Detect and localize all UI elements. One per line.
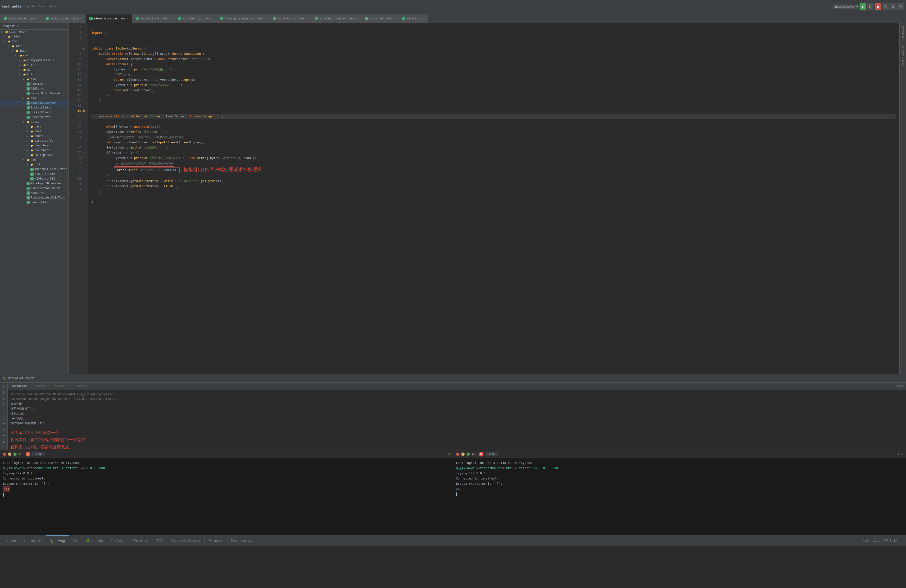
sidebar-item-aioserver[interactable]: C AIOServer — [0, 86, 69, 91]
bottom-tab-todo[interactable]: TODO — [152, 535, 167, 546]
terminal-2-line-2: Connected to localhost. — [456, 476, 903, 481]
tab-socketclient[interactable]: J SocketClient.java ✕ — [132, 14, 174, 23]
sidebar-item-chat[interactable]: ▶ 📁 chat — [0, 129, 69, 134]
terminal-2-settings-icon[interactable]: ⚙ — [898, 452, 900, 456]
bottom-tab-build[interactable]: 🔨 Build — [205, 535, 227, 546]
tab-fileinput[interactable]: J FileInputStreamTest.java ✕ — [216, 14, 269, 23]
sidebar-item-randomaccessfiletest[interactable]: C RandomAccessFileTest — [0, 196, 69, 200]
git-button[interactable]: Git: — [898, 3, 904, 10]
sidebar-item-com[interactable]: ▼ 📁 com — [0, 53, 69, 58]
bottom-tab-git[interactable]: Git — [69, 535, 82, 546]
terminal-2-body[interactable]: Last login: Tue Jan 3 12:35:51 on ttys00… — [453, 459, 906, 535]
debug-tab-variables[interactable]: Variables — [8, 382, 31, 390]
debug-tab-threads[interactable]: Threads — [70, 382, 90, 390]
sidebar-item-codec[interactable]: ▶ 📁 codec — [0, 134, 69, 139]
stop-button[interactable]: ■ — [875, 3, 881, 10]
bottom-tab-spring[interactable]: 🌿 Spring — [82, 535, 107, 546]
terminal-1-dot-red[interactable] — [3, 453, 6, 456]
sidebar-item-socketclient1[interactable]: C SocketClient1 — [0, 110, 69, 115]
step-into-button[interactable]: ↓ — [1, 408, 6, 414]
sidebar-item-base[interactable]: ▶ 📁 base — [0, 124, 69, 129]
run-button[interactable]: ▶ — [860, 3, 866, 10]
sidebar-item-main[interactable]: ▼ 📁 main — [0, 44, 69, 49]
tab-socketserver[interactable]: J SocketServer.java ✕ — [0, 14, 42, 23]
bottom-tab-run[interactable]: ▶ Run — [3, 535, 20, 546]
sidebar-item-nioserver[interactable]: C NioServer — [0, 191, 69, 196]
tab-socketclient1[interactable]: J SocketClient1.java ✕ — [42, 14, 86, 23]
line-col[interactable]: 19:1 — [873, 539, 880, 542]
tab-nioserverold[interactable]: J NIOServerOld.java ✕ — [269, 14, 311, 23]
bottom-tab-sequence[interactable]: Sequence Diagram — [167, 535, 205, 546]
sidebar-item-bio[interactable]: ▼ 📁 bio — [0, 96, 69, 101]
sidebar-item-fujian[interactable]: ▶ 📁 fujian — [0, 63, 69, 67]
line-separator[interactable]: LF — [894, 539, 898, 542]
sidebar-item-my[interactable]: ▶ 📁 my — [0, 67, 69, 72]
stop-debug-button[interactable]: ■ — [1, 396, 6, 402]
sidebar-item-nioserverold[interactable]: C NIOServerOld — [0, 177, 69, 181]
add-watch-button[interactable]: + — [1, 433, 6, 438]
build-button[interactable]: 🔨 — [882, 3, 889, 10]
tab-biosocketserver[interactable]: J BioSocketServer.java ✕ — [86, 14, 132, 23]
terminal-2-dot-red[interactable] — [456, 453, 459, 456]
sidebar-item-aio[interactable]: ▼ 📁 aio — [0, 77, 69, 82]
git-status[interactable]: main — [863, 539, 870, 542]
debug-log: /Library/Java/JavaVirtualMachines/jdk1.8… — [10, 392, 903, 448]
sidebar-item-fileinputstreamtest[interactable]: C FileInputStreamTest — [0, 181, 69, 186]
line-23: int read = clientSocket.getInputStream()… — [91, 140, 204, 144]
run-config-select[interactable]: BioSocketServer — [833, 5, 859, 9]
terminal-settings-icon[interactable]: ⚙ — [448, 452, 450, 456]
sidebar-item-netty[interactable]: ▼ 📁 netty — [0, 120, 69, 124]
bottom-tab-profiler[interactable]: Profiler — [107, 535, 129, 546]
sidebar-item-servermultithread[interactable]: C ServerMultiThread — [0, 91, 69, 96]
terminal-1-body[interactable]: Last login: Tue Jan 3 12:12:34 on ttys00… — [0, 459, 453, 535]
bottom-tab-dependencies[interactable]: Dependencies — [227, 535, 258, 546]
debug-button[interactable]: 🐛 — [867, 3, 874, 10]
sidebar-item-nioselectorserver[interactable]: C NioSelectorServer — [0, 186, 69, 191]
sidebar-item-nioclientold[interactable]: C NioClientOld — [0, 172, 69, 177]
sidebar-item-java[interactable]: ▼ 📁 java — [0, 49, 69, 53]
terminal-2-dot-green[interactable] — [466, 453, 470, 456]
terminal-2-dot-yellow[interactable] — [461, 453, 464, 456]
breakpoints-button[interactable]: ⊕ — [1, 439, 6, 445]
terminal-2-expand-icon[interactable]: ⇱ — [901, 452, 903, 456]
tab-random[interactable]: J Random... ✕ — [398, 14, 427, 23]
sidebar-item-internalinputbuffer[interactable]: C InternalInputBuffer — [0, 167, 69, 172]
settings-button[interactable]: ⚙ — [890, 3, 896, 10]
tab-nioserver[interactable]: J NioServer.java ✕ — [361, 14, 398, 23]
bottom-tab-terminal[interactable]: Terminal — [129, 535, 152, 546]
sidebar-item-old[interactable]: ▼ 📁 old — [0, 162, 69, 167]
evaluate-button[interactable]: ≡ — [1, 427, 6, 432]
sidebar-item-biosocketserver[interactable]: C BioSocketServer — [0, 101, 69, 105]
sidebar-item-socketclient[interactable]: C SocketClient — [0, 105, 69, 110]
bottom-tab-debug[interactable]: 🐛 Debug — [46, 535, 69, 546]
big-data-tools-icon[interactable]: Big Data Tools — [901, 42, 904, 67]
sidebar-item-testnetty[interactable]: ▼ 📁 test_netty — [0, 30, 69, 34]
code-content[interactable]: import ...; public class BioSocketServer… — [88, 23, 900, 374]
sidebar-item-crazykamercircle[interactable]: ▶ 📁 crazykamercircle — [0, 58, 69, 63]
sidebar-item-nio[interactable]: ▼ 📁 nio — [0, 158, 69, 162]
sidebar-item-src[interactable]: ▼ 📁 src — [0, 39, 69, 44]
sidebar-item-heartbeat[interactable]: ▶ 📁 heartbeat — [0, 143, 69, 148]
sidebar-item-directbuffer[interactable]: ▶ 📁 directbuffer — [0, 139, 69, 143]
run-to-cursor-button[interactable]: ⇥ — [1, 421, 6, 426]
sidebar-item-socketserver[interactable]: C SocketServer — [0, 115, 69, 120]
database-icon[interactable]: Database — [901, 24, 904, 40]
tab-nioclientold[interactable]: J NioClientOld.java ✕ — [174, 14, 216, 23]
terminal-1-dot-yellow[interactable] — [8, 453, 11, 456]
debug-tab-memory[interactable]: Memory — [31, 382, 49, 390]
sidebar-item-idea[interactable]: ▶ 📁 .idea — [0, 34, 69, 39]
tab-nioselectorserver[interactable]: J NioSelectorServer.java ✕ — [311, 14, 361, 23]
sidebar-item-userbuffer[interactable]: C UserBuffer — [0, 200, 69, 205]
sidebar-item-tuling[interactable]: ▼ 📁 tuling — [0, 72, 69, 77]
sidebar-item-splitpacket[interactable]: ▶ 📁 splitpacket — [0, 153, 69, 158]
sidebar-item-reconnect[interactable]: ▶ 📁 reconnect — [0, 148, 69, 153]
debug-tab-overhead[interactable]: Overhead — [49, 382, 70, 390]
resume-button[interactable]: ▶ — [1, 384, 6, 389]
bottom-tab-problems[interactable]: ⚠ Problems — [20, 535, 46, 546]
sidebar-item-aioclient[interactable]: C AIOClient — [0, 82, 69, 86]
terminal-1-dot-green[interactable] — [13, 453, 17, 456]
pause-button[interactable]: ⏸ — [1, 390, 6, 395]
step-out-button[interactable]: ↑ — [1, 414, 6, 420]
encoding[interactable]: UTF-8 — [883, 539, 891, 542]
step-over-button[interactable]: ↷ — [1, 402, 6, 408]
